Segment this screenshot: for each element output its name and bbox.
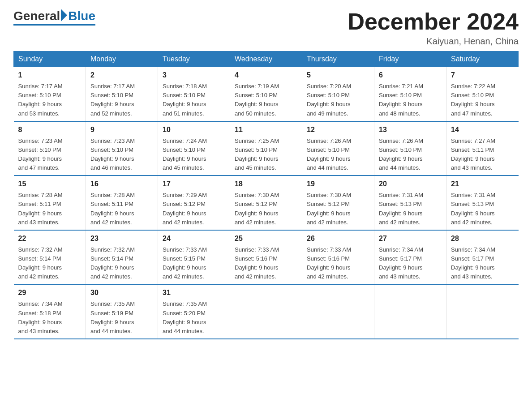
calendar-cell [374, 284, 446, 339]
weekday-header-thursday: Thursday [302, 51, 374, 67]
logo-triangle-icon [61, 9, 67, 21]
day-info: Sunrise: 7:27 AMSunset: 5:11 PMDaylight:… [451, 137, 514, 173]
day-number: 5 [307, 70, 369, 81]
calendar-cell: 19Sunrise: 7:30 AMSunset: 5:12 PMDayligh… [302, 176, 374, 230]
calendar-cell: 29Sunrise: 7:34 AMSunset: 5:18 PMDayligh… [14, 284, 86, 339]
calendar-cell: 13Sunrise: 7:26 AMSunset: 5:10 PMDayligh… [374, 121, 446, 176]
day-number: 16 [90, 179, 153, 189]
weekday-header-sunday: Sunday [14, 51, 86, 67]
day-info: Sunrise: 7:17 AMSunset: 5:10 PMDaylight:… [18, 82, 82, 118]
day-number: 6 [379, 70, 442, 81]
calendar-cell: 20Sunrise: 7:31 AMSunset: 5:13 PMDayligh… [374, 176, 446, 230]
day-info: Sunrise: 7:28 AMSunset: 5:11 PMDaylight:… [18, 191, 82, 227]
weekday-header-saturday: Saturday [446, 51, 519, 67]
calendar-cell: 12Sunrise: 7:26 AMSunset: 5:10 PMDayligh… [302, 121, 374, 176]
weekday-header-friday: Friday [374, 51, 446, 67]
day-number: 31 [163, 287, 225, 298]
day-number: 15 [18, 179, 82, 189]
calendar-cell: 27Sunrise: 7:34 AMSunset: 5:17 PMDayligh… [374, 230, 446, 285]
page-header: General Blue December 2024 Kaiyuan, Hena… [13, 9, 519, 47]
day-number: 21 [451, 179, 514, 189]
calendar-cell: 14Sunrise: 7:27 AMSunset: 5:11 PMDayligh… [446, 121, 519, 176]
day-number: 12 [307, 124, 369, 135]
day-number: 4 [235, 70, 297, 81]
day-info: Sunrise: 7:35 AMSunset: 5:19 PMDaylight:… [90, 300, 153, 336]
calendar-cell: 30Sunrise: 7:35 AMSunset: 5:19 PMDayligh… [86, 284, 158, 339]
location: Kaiyuan, Henan, China [348, 36, 519, 47]
day-number: 11 [235, 124, 297, 135]
weekday-header-tuesday: Tuesday [158, 51, 230, 67]
day-info: Sunrise: 7:20 AMSunset: 5:10 PMDaylight:… [307, 82, 369, 118]
day-info: Sunrise: 7:30 AMSunset: 5:12 PMDaylight:… [307, 191, 369, 227]
calendar-cell: 10Sunrise: 7:24 AMSunset: 5:10 PMDayligh… [158, 121, 230, 176]
calendar-cell [302, 284, 374, 339]
calendar-cell: 5Sunrise: 7:20 AMSunset: 5:10 PMDaylight… [302, 67, 374, 121]
day-info: Sunrise: 7:34 AMSunset: 5:18 PMDaylight:… [18, 300, 82, 336]
day-info: Sunrise: 7:29 AMSunset: 5:12 PMDaylight:… [163, 191, 225, 227]
day-info: Sunrise: 7:19 AMSunset: 5:10 PMDaylight:… [235, 82, 297, 118]
day-info: Sunrise: 7:23 AMSunset: 5:10 PMDaylight:… [90, 137, 153, 173]
calendar-cell: 15Sunrise: 7:28 AMSunset: 5:11 PMDayligh… [14, 176, 86, 230]
day-info: Sunrise: 7:34 AMSunset: 5:17 PMDaylight:… [379, 245, 442, 282]
day-number: 20 [379, 179, 442, 189]
calendar-cell: 8Sunrise: 7:23 AMSunset: 5:10 PMDaylight… [14, 121, 86, 176]
day-number: 13 [379, 124, 442, 135]
calendar-cell: 4Sunrise: 7:19 AMSunset: 5:10 PMDaylight… [230, 67, 302, 121]
day-number: 7 [451, 70, 514, 81]
calendar-cell: 21Sunrise: 7:31 AMSunset: 5:13 PMDayligh… [446, 176, 519, 230]
day-number: 29 [18, 287, 82, 298]
calendar-cell: 24Sunrise: 7:33 AMSunset: 5:15 PMDayligh… [158, 230, 230, 285]
calendar-week-row: 29Sunrise: 7:34 AMSunset: 5:18 PMDayligh… [14, 284, 519, 339]
day-number: 2 [90, 70, 153, 81]
calendar-cell: 26Sunrise: 7:33 AMSunset: 5:16 PMDayligh… [302, 230, 374, 285]
day-info: Sunrise: 7:21 AMSunset: 5:10 PMDaylight:… [379, 82, 442, 118]
logo-blue-text: Blue [68, 9, 95, 23]
day-number: 28 [451, 233, 514, 244]
day-number: 24 [163, 233, 225, 244]
day-info: Sunrise: 7:31 AMSunset: 5:13 PMDaylight:… [379, 191, 442, 227]
calendar-cell: 23Sunrise: 7:32 AMSunset: 5:14 PMDayligh… [86, 230, 158, 285]
calendar-cell: 17Sunrise: 7:29 AMSunset: 5:12 PMDayligh… [158, 176, 230, 230]
day-number: 19 [307, 179, 369, 189]
logo-general-text: General [13, 9, 60, 23]
day-info: Sunrise: 7:32 AMSunset: 5:14 PMDaylight:… [90, 245, 153, 282]
day-info: Sunrise: 7:34 AMSunset: 5:17 PMDaylight:… [451, 245, 514, 282]
calendar-week-row: 1Sunrise: 7:17 AMSunset: 5:10 PMDaylight… [14, 67, 519, 121]
day-number: 26 [307, 233, 369, 244]
calendar-cell: 31Sunrise: 7:35 AMSunset: 5:20 PMDayligh… [158, 284, 230, 339]
day-number: 18 [235, 179, 297, 189]
calendar-cell: 2Sunrise: 7:17 AMSunset: 5:10 PMDaylight… [86, 67, 158, 121]
day-info: Sunrise: 7:33 AMSunset: 5:16 PMDaylight:… [235, 245, 297, 282]
calendar-week-row: 15Sunrise: 7:28 AMSunset: 5:11 PMDayligh… [14, 176, 519, 230]
logo: General Blue [13, 9, 95, 26]
day-info: Sunrise: 7:33 AMSunset: 5:15 PMDaylight:… [163, 245, 225, 282]
day-info: Sunrise: 7:32 AMSunset: 5:14 PMDaylight:… [18, 245, 82, 282]
calendar-cell: 7Sunrise: 7:22 AMSunset: 5:10 PMDaylight… [446, 67, 519, 121]
day-number: 22 [18, 233, 82, 244]
day-number: 9 [90, 124, 153, 135]
calendar-cell [446, 284, 519, 339]
calendar-cell: 16Sunrise: 7:28 AMSunset: 5:11 PMDayligh… [86, 176, 158, 230]
day-info: Sunrise: 7:24 AMSunset: 5:10 PMDaylight:… [163, 137, 225, 173]
day-info: Sunrise: 7:17 AMSunset: 5:10 PMDaylight:… [90, 82, 153, 118]
day-info: Sunrise: 7:33 AMSunset: 5:16 PMDaylight:… [307, 245, 369, 282]
weekday-header-wednesday: Wednesday [230, 51, 302, 67]
calendar-cell: 25Sunrise: 7:33 AMSunset: 5:16 PMDayligh… [230, 230, 302, 285]
day-number: 17 [163, 179, 225, 189]
day-number: 27 [379, 233, 442, 244]
day-info: Sunrise: 7:23 AMSunset: 5:10 PMDaylight:… [18, 137, 82, 173]
calendar-week-row: 8Sunrise: 7:23 AMSunset: 5:10 PMDaylight… [14, 121, 519, 176]
day-info: Sunrise: 7:28 AMSunset: 5:11 PMDaylight:… [90, 191, 153, 227]
calendar-table: SundayMondayTuesdayWednesdayThursdayFrid… [13, 51, 519, 339]
calendar-cell: 1Sunrise: 7:17 AMSunset: 5:10 PMDaylight… [14, 67, 86, 121]
calendar-cell: 9Sunrise: 7:23 AMSunset: 5:10 PMDaylight… [86, 121, 158, 176]
day-info: Sunrise: 7:25 AMSunset: 5:10 PMDaylight:… [235, 137, 297, 173]
day-number: 3 [163, 70, 225, 81]
calendar-cell: 11Sunrise: 7:25 AMSunset: 5:10 PMDayligh… [230, 121, 302, 176]
calendar-cell: 18Sunrise: 7:30 AMSunset: 5:12 PMDayligh… [230, 176, 302, 230]
day-number: 8 [18, 124, 82, 135]
day-number: 25 [235, 233, 297, 244]
calendar-cell: 22Sunrise: 7:32 AMSunset: 5:14 PMDayligh… [14, 230, 86, 285]
day-number: 30 [90, 287, 153, 298]
calendar-cell: 28Sunrise: 7:34 AMSunset: 5:17 PMDayligh… [446, 230, 519, 285]
